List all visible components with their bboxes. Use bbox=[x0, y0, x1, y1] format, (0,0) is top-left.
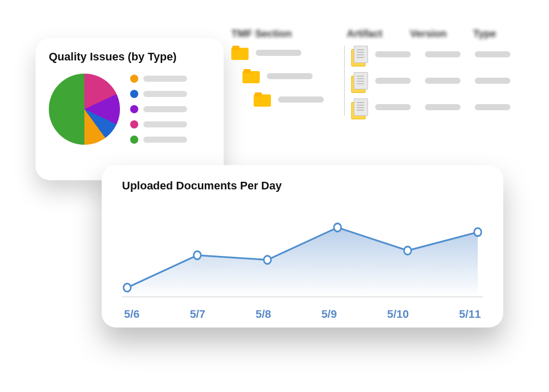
placeholder bbox=[267, 73, 313, 79]
legend-dot-icon bbox=[130, 136, 138, 144]
placeholder bbox=[425, 51, 461, 57]
placeholder bbox=[425, 104, 461, 110]
legend-dot-icon bbox=[130, 105, 138, 113]
placeholder bbox=[143, 137, 187, 143]
placeholder bbox=[143, 76, 187, 82]
svg-point-1 bbox=[124, 283, 131, 291]
file-icon bbox=[354, 72, 368, 89]
legend-row bbox=[130, 75, 187, 83]
placeholder bbox=[375, 104, 411, 110]
legend-row bbox=[130, 90, 187, 98]
svg-point-2 bbox=[194, 251, 201, 259]
folder-row bbox=[231, 92, 338, 107]
tmf-table: TMF Section Artifact Version Type bbox=[231, 28, 516, 116]
col-header-version: Version bbox=[410, 28, 452, 40]
svg-point-3 bbox=[264, 256, 271, 264]
placeholder bbox=[143, 121, 187, 127]
legend-dot-icon bbox=[130, 90, 138, 98]
quality-issues-card: Quality Issues (by Type) bbox=[36, 38, 224, 180]
folder-row bbox=[231, 46, 338, 60]
x-tick-label: 5/8 bbox=[256, 308, 271, 321]
quality-issues-pie bbox=[49, 74, 120, 145]
col-header-section: TMF Section bbox=[231, 28, 326, 40]
placeholder bbox=[375, 78, 411, 84]
x-tick-label: 5/7 bbox=[190, 308, 205, 321]
uploaded-docs-title: Uploaded Documents Per Day bbox=[122, 179, 483, 192]
x-tick-label: 5/9 bbox=[321, 308, 337, 321]
placeholder bbox=[143, 91, 187, 97]
placeholder bbox=[475, 104, 510, 110]
uploaded-docs-card: Uploaded Documents Per Day 5/65/75/85/95… bbox=[102, 165, 503, 328]
placeholder bbox=[475, 78, 510, 84]
placeholder bbox=[256, 50, 301, 56]
placeholder bbox=[425, 78, 461, 84]
file-icon bbox=[354, 99, 368, 116]
file-icon bbox=[354, 46, 368, 63]
legend-row bbox=[130, 105, 187, 113]
x-tick-label: 5/10 bbox=[387, 308, 409, 321]
placeholder bbox=[375, 51, 411, 57]
folder-icon bbox=[242, 69, 260, 83]
legend-dot-icon bbox=[130, 75, 138, 83]
file-row bbox=[354, 72, 516, 89]
quality-issues-legend bbox=[130, 75, 187, 144]
file-row bbox=[354, 46, 516, 63]
legend-row bbox=[130, 120, 187, 128]
svg-point-4 bbox=[334, 223, 341, 232]
folder-row bbox=[231, 69, 338, 83]
legend-dot-icon bbox=[130, 120, 138, 128]
x-tick-label: 5/6 bbox=[124, 308, 140, 321]
col-header-artifact: Artifact bbox=[347, 28, 389, 40]
svg-point-6 bbox=[474, 228, 481, 236]
folder-icon bbox=[231, 46, 249, 60]
placeholder bbox=[278, 96, 324, 103]
col-header-type: Type bbox=[473, 28, 516, 40]
x-tick-label: 5/11 bbox=[459, 308, 481, 321]
uploaded-docs-xaxis: 5/65/75/85/95/105/11 bbox=[122, 308, 483, 321]
uploaded-docs-chart bbox=[122, 199, 483, 303]
svg-point-5 bbox=[404, 247, 411, 255]
placeholder bbox=[475, 51, 510, 57]
legend-row bbox=[130, 136, 187, 144]
file-row bbox=[354, 99, 516, 116]
folder-icon bbox=[254, 92, 271, 107]
quality-issues-title: Quality Issues (by Type) bbox=[49, 50, 210, 63]
placeholder bbox=[143, 106, 187, 112]
tmf-table-header: TMF Section Artifact Version Type bbox=[231, 28, 516, 40]
